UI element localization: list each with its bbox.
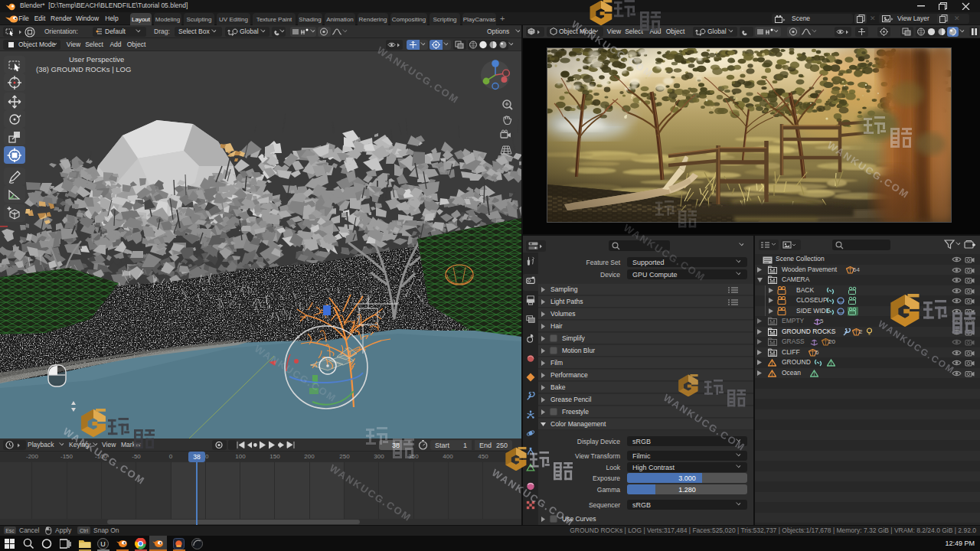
svg-text:User Perspective: User Perspective [69, 55, 124, 64]
svg-text:U: U [100, 540, 106, 548]
svg-text:(38) GROUND ROCKs | LOG: (38) GROUND ROCKs | LOG [36, 65, 131, 73]
